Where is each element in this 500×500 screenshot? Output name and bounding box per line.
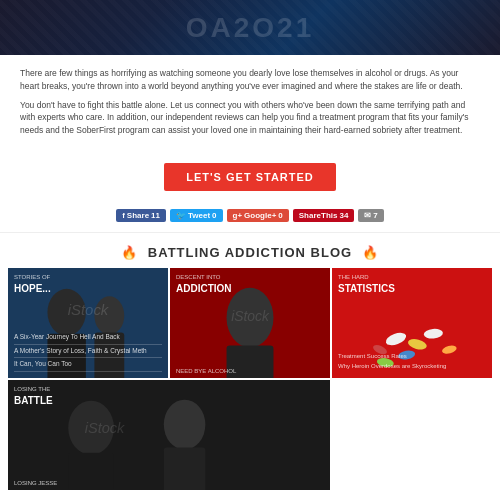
share-sharethis-button[interactable]: ShareThis 34 [293, 209, 355, 222]
intro-section: There are few things as horrifying as wa… [0, 55, 500, 155]
em-count: 7 [373, 211, 377, 220]
blog-card-hope[interactable]: iStock STORIES OF HOPE... A Six-Year Jou… [8, 268, 168, 378]
svg-text:iStock: iStock [231, 308, 270, 324]
stats-title: STATISTICS [338, 283, 395, 294]
share-facebook-button[interactable]: f Share 11 [116, 209, 166, 222]
hope-items: A Six-Year Journey To Hell And Back A Mo… [14, 331, 162, 371]
addiction-subtitle: Need Bye Alcohol [176, 368, 324, 374]
blog-icon-right: 🔥 [362, 245, 379, 260]
tw-count: 0 [212, 211, 216, 220]
addiction-title: ADDICTION [176, 283, 232, 294]
pt-label: ShareThis [299, 211, 338, 220]
stats-item-2: Why Heroin Overdoses are Skyrocketing [338, 362, 486, 372]
addiction-card-label: DESCENT INTO ADDICTION [170, 268, 330, 299]
share-bar: f Share 11 🐦 Tweet 0 g+ Google+ 0 ShareT… [0, 203, 500, 233]
battle-title: BATTLE [14, 395, 53, 406]
hope-category: STORIES OF [14, 274, 162, 280]
intro-paragraph-1: There are few things as horrifying as wa… [20, 67, 480, 93]
share-googleplus-button[interactable]: g+ Google+ 0 [227, 209, 289, 222]
hope-item-2: A Mother's Story of Loss, Faith & Crysta… [14, 345, 162, 358]
addiction-category: DESCENT INTO [176, 274, 324, 280]
tw-label: Tweet [188, 211, 210, 220]
hope-card-label: STORIES OF HOPE... [8, 268, 168, 299]
hope-title: HOPE... [14, 283, 51, 294]
gp-count: 0 [278, 211, 282, 220]
stats-item-1: Treatment Success Rates [338, 352, 486, 362]
fb-count: 11 [151, 211, 160, 220]
addiction-bottom-label: Need Bye Alcohol [170, 364, 330, 378]
stats-items: Treatment Success Rates Why Heroin Overd… [338, 352, 486, 372]
hero-banner: oa2o21 [0, 0, 500, 55]
hero-overlay [0, 0, 500, 55]
gp-icon: g+ [233, 211, 243, 220]
battle-subtitle: Losing Jesse [14, 480, 324, 486]
tw-icon: 🐦 [176, 211, 186, 220]
blog-card-stats[interactable]: THE HARD STATISTICS Treatment Success Ra… [332, 268, 492, 378]
svg-text:iStock: iStock [68, 301, 110, 318]
battle-card-label: LOSING THE BATTLE [8, 380, 330, 411]
battle-bottom-label: Losing Jesse [8, 476, 330, 490]
svg-text:iStock: iStock [85, 420, 125, 436]
battle-category: LOSING THE [14, 386, 324, 392]
blog-grid: iStock STORIES OF HOPE... A Six-Year Jou… [0, 268, 500, 500]
cta-section: LET'S GET STARTED [0, 155, 500, 203]
blog-card-addiction[interactable]: iStock DESCENT INTO ADDICTION Need Bye A… [170, 268, 330, 378]
blog-card-battle[interactable]: iStock LOSING THE BATTLE Losing Jesse [8, 380, 330, 490]
blog-icon-left: 🔥 [121, 245, 138, 260]
fb-icon: f [122, 211, 125, 220]
page-wrapper: oa2o21 There are few things as horrifyin… [0, 0, 500, 500]
fb-label: Share [127, 211, 149, 220]
intro-paragraph-2: You don't have to fight this battle alon… [20, 99, 480, 137]
blog-title-text: BATTLING ADDICTION BLOG [148, 245, 352, 260]
blog-section-title: 🔥 BATTLING ADDICTION BLOG 🔥 [0, 233, 500, 268]
em-icon: ✉ [364, 211, 371, 220]
hope-item-3: It Can, You Can Too [14, 358, 162, 371]
stats-card-label: THE HARD STATISTICS [332, 268, 492, 299]
gp-label: Google+ [244, 211, 276, 220]
share-twitter-button[interactable]: 🐦 Tweet 0 [170, 209, 223, 222]
share-email-button[interactable]: ✉ 7 [358, 209, 383, 222]
pt-count: 34 [339, 211, 348, 220]
stats-category: THE HARD [338, 274, 486, 280]
hope-item-1: A Six-Year Journey To Hell And Back [14, 331, 162, 344]
cta-button[interactable]: LET'S GET STARTED [164, 163, 336, 191]
